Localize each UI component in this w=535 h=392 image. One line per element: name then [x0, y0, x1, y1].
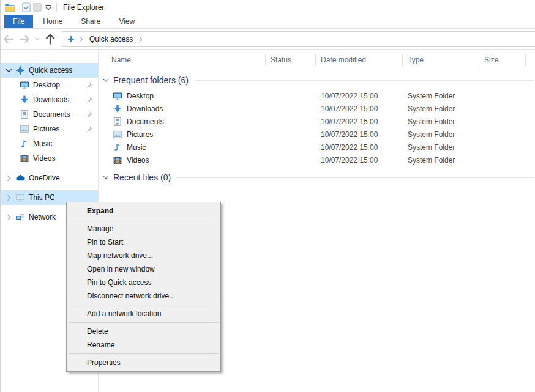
group-title: Recent files (0)	[113, 172, 171, 182]
toolbar-separator	[56, 3, 57, 12]
column-header-size[interactable]: Size	[479, 54, 526, 66]
group-title: Frequent folders (6)	[113, 75, 189, 85]
collapse-chevron-icon[interactable]	[102, 76, 110, 84]
folder-row-desktop[interactable]: Desktop 10/07/2022 15:00 System Folder	[99, 89, 535, 102]
window-title: File Explorer	[63, 3, 104, 12]
sidebar-item-downloads[interactable]: Downloads	[1, 92, 98, 107]
forward-icon[interactable]	[17, 31, 32, 47]
tab-file[interactable]: File	[4, 15, 33, 28]
context-menu-item-pin-to-quick-access[interactable]: Pin to Quick access	[67, 276, 220, 289]
pin-icon	[85, 140, 93, 148]
pictures-icon	[113, 130, 122, 139]
tab-home[interactable]: Home	[34, 15, 71, 28]
pin-icon	[85, 194, 93, 202]
sidebar-item-label: Desktop	[33, 81, 60, 89]
context-menu-item-expand[interactable]: Expand	[67, 204, 220, 218]
context-menu-item-add-a-network-location[interactable]: Add a network location	[67, 307, 220, 320]
this-pc-icon	[15, 193, 25, 202]
downloads-icon	[20, 95, 29, 105]
group-header-recent-files[interactable]: Recent files (0)	[102, 171, 535, 183]
breadcrumb-segment[interactable]: Quick access	[88, 35, 134, 43]
column-header-status[interactable]: Status	[266, 54, 316, 66]
sidebar-item-videos[interactable]: Videos	[1, 151, 98, 166]
folder-type: System Folder	[408, 143, 455, 152]
folder-row-downloads[interactable]: Downloads 10/07/2022 15:00 System Folder	[99, 102, 535, 115]
sidebar-item-label: Pictures	[33, 125, 59, 133]
chevron-right-icon[interactable]	[137, 35, 144, 43]
context-menu-item-map-network-drive[interactable]: Map network drive...	[67, 249, 220, 262]
context-menu-item-manage[interactable]: Manage	[67, 222, 220, 235]
sidebar-item-label: Videos	[33, 154, 55, 163]
column-header-date-modified[interactable]: Date modified	[316, 54, 403, 66]
expander-chevron-icon	[9, 139, 18, 149]
column-header-name[interactable]: Name	[99, 54, 266, 66]
pin-icon	[85, 67, 93, 75]
collapse-chevron-icon[interactable]	[102, 174, 110, 181]
folder-name: Pictures	[127, 130, 153, 139]
sidebar-item-music[interactable]: Music	[1, 136, 98, 151]
menu-separator	[69, 353, 219, 354]
context-menu-item-delete[interactable]: Delete	[67, 325, 220, 338]
downloads-icon	[113, 104, 122, 114]
customize-toolbar-chevron-icon[interactable]	[43, 2, 54, 13]
folder-row-documents[interactable]: Documents 10/07/2022 15:00 System Folder	[99, 115, 535, 128]
folder-row-videos[interactable]: Videos 10/07/2022 15:00 System Folder	[99, 153, 535, 166]
tab-share[interactable]: Share	[72, 15, 109, 28]
music-icon	[20, 139, 29, 149]
menu-separator	[69, 322, 219, 323]
quick-access-star-icon	[15, 65, 25, 75]
expander-chevron-icon[interactable]	[4, 66, 13, 75]
pin-icon	[85, 81, 93, 89]
folder-type: System Folder	[408, 130, 455, 139]
recent-locations-chevron-icon[interactable]	[32, 31, 42, 47]
sidebar-item-label: Quick access	[29, 66, 72, 75]
chevron-right-icon[interactable]	[78, 35, 85, 43]
breadcrumb[interactable]: Quick access	[62, 31, 535, 47]
sidebar-item-pictures[interactable]: Pictures	[1, 122, 98, 136]
file-explorer-window: File Explorer File Home Share View Quick…	[0, 0, 535, 392]
desktop-icon	[20, 80, 29, 90]
sidebar-item-documents[interactable]: Documents	[1, 107, 98, 122]
tab-view[interactable]: View	[110, 15, 143, 28]
sidebar-item-label: OneDrive	[29, 174, 60, 182]
folder-name: Downloads	[127, 105, 163, 113]
pictures-icon	[20, 124, 29, 134]
context-menu-item-open-in-new-window[interactable]: Open in new window	[67, 262, 220, 276]
sidebar-item-quick-access[interactable]: Quick access	[1, 63, 98, 78]
context-menu-item-disconnect-network-drive[interactable]: Disconnect network drive...	[67, 289, 220, 303]
column-header-type[interactable]: Type	[403, 54, 479, 66]
pin-icon	[85, 111, 93, 119]
music-icon	[113, 142, 122, 152]
sidebar-item-desktop[interactable]: Desktop	[1, 78, 98, 92]
folder-type: System Folder	[408, 156, 455, 165]
quick-access-star-icon[interactable]	[67, 35, 75, 43]
back-icon[interactable]	[1, 31, 17, 47]
folder-row-music[interactable]: Music 10/07/2022 15:00 System Folder	[99, 141, 535, 153]
documents-icon	[20, 109, 29, 119]
sidebar-item-label: Network	[29, 213, 56, 221]
videos-icon	[20, 153, 29, 163]
new-folder-icon[interactable]	[32, 2, 43, 13]
folder-type: System Folder	[408, 105, 455, 113]
group-header-frequent-folders[interactable]: Frequent folders (6)	[102, 74, 535, 86]
properties-icon[interactable]	[21, 2, 32, 13]
expander-chevron-icon[interactable]	[4, 174, 13, 183]
sidebar-item-onedrive[interactable]: OneDrive	[1, 171, 98, 185]
folder-date-modified: 10/07/2022 15:00	[321, 130, 378, 139]
expander-chevron-icon	[9, 154, 18, 163]
explorer-logo-icon	[4, 2, 15, 13]
context-menu-item-rename[interactable]: Rename	[67, 338, 220, 352]
folder-date-modified: 10/07/2022 15:00	[321, 143, 378, 152]
onedrive-icon	[15, 173, 25, 183]
pin-icon	[85, 96, 93, 104]
up-icon[interactable]	[42, 31, 58, 47]
folder-row-pictures[interactable]: Pictures 10/07/2022 15:00 System Folder	[99, 128, 535, 141]
expander-chevron-icon[interactable]	[4, 213, 13, 222]
context-menu-item-pin-to-start[interactable]: Pin to Start	[67, 235, 220, 249]
context-menu-item-properties[interactable]: Properties	[67, 356, 220, 369]
expander-chevron-icon	[9, 81, 18, 90]
folder-name: Desktop	[127, 92, 154, 100]
videos-icon	[113, 155, 122, 165]
expander-chevron-icon[interactable]	[4, 193, 13, 202]
documents-icon	[113, 117, 122, 127]
